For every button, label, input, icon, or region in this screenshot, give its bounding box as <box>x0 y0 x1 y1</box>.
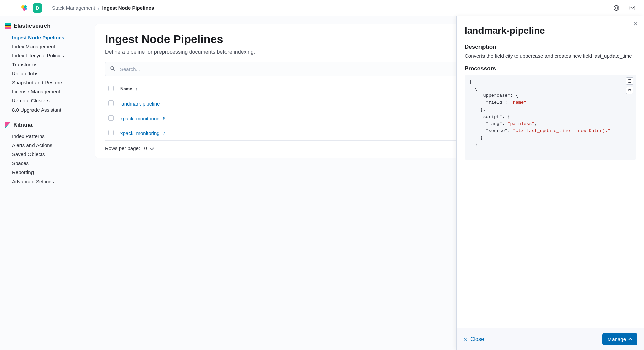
sidebar-item-transforms[interactable]: Transforms <box>4 60 83 69</box>
sidebar-nav: Elasticsearch Ingest Node Pipelines Inde… <box>0 16 87 350</box>
sidebar-item-advanced-settings[interactable]: Advanced Settings <box>4 177 83 186</box>
processors-codeblock: [ { "uppercase": { "field": "name" }, "s… <box>465 75 636 160</box>
chevron-down-icon <box>149 145 154 150</box>
svg-point-11 <box>111 67 114 70</box>
breadcrumb-separator: / <box>98 5 99 11</box>
svg-rect-13 <box>628 79 631 82</box>
sidebar-item-rollup-jobs[interactable]: Rollup Jobs <box>4 69 83 78</box>
row-checkbox[interactable] <box>108 115 114 121</box>
sidebar-item-snapshot-restore[interactable]: Snapshot and Restore <box>4 78 83 87</box>
row-checkbox[interactable] <box>108 130 114 135</box>
nav-section-kibana-header: Kibana <box>4 122 83 128</box>
sidebar-item-upgrade-assistant[interactable]: 8.0 Upgrade Assistant <box>4 105 83 114</box>
svg-line-9 <box>617 9 618 10</box>
description-heading: Description <box>465 44 636 50</box>
search-icon <box>110 66 116 73</box>
sidebar-item-ingest-pipelines[interactable]: Ingest Node Pipelines <box>4 33 83 42</box>
pipeline-link-landmark[interactable]: landmark-pipeline <box>120 101 160 107</box>
processors-heading: Processors <box>465 65 636 72</box>
svg-point-3 <box>25 8 27 10</box>
svg-line-7 <box>617 6 618 7</box>
copy-code-icon[interactable] <box>626 87 633 94</box>
close-button-label: Close <box>470 336 484 342</box>
svg-line-6 <box>614 6 615 7</box>
svg-point-5 <box>615 7 617 9</box>
help-icon[interactable] <box>608 0 624 16</box>
manage-button-label: Manage <box>608 336 626 342</box>
flyout-footer: ✕ Close Manage <box>457 328 644 350</box>
rows-per-page-label: Rows per page: 10 <box>105 145 147 151</box>
pipeline-link-xpack7[interactable]: xpack_monitoring_7 <box>120 130 165 136</box>
pipeline-detail-flyout: ✕ landmark-pipeline Description Converts… <box>456 16 644 350</box>
breadcrumb-parent[interactable]: Stack Management <box>52 5 95 11</box>
select-all-checkbox[interactable] <box>108 86 114 91</box>
nav-section-kibana-title: Kibana <box>13 122 33 128</box>
sort-ascending-icon: ↑ <box>135 87 137 91</box>
column-header-name-label: Name <box>120 86 132 91</box>
chevron-up-icon <box>628 338 632 341</box>
nav-section-elasticsearch-header: Elasticsearch <box>4 23 83 29</box>
elasticsearch-icon <box>5 23 11 29</box>
hamburger-menu-icon[interactable] <box>4 4 12 12</box>
sidebar-item-spaces[interactable]: Spaces <box>4 159 83 168</box>
manage-button[interactable]: Manage <box>602 333 637 345</box>
expand-code-icon[interactable] <box>626 77 633 85</box>
svg-point-1 <box>24 5 27 8</box>
close-icon[interactable]: ✕ <box>632 21 639 27</box>
elastic-logo-icon[interactable] <box>20 4 28 12</box>
sidebar-item-remote-clusters[interactable]: Remote Clusters <box>4 96 83 105</box>
sidebar-item-index-patterns[interactable]: Index Patterns <box>4 132 83 141</box>
mail-icon[interactable] <box>624 0 640 16</box>
kibana-icon <box>5 122 11 128</box>
breadcrumb: Stack Management / Ingest Node Pipelines <box>52 5 154 11</box>
sidebar-item-ilm[interactable]: Index Lifecycle Policies <box>4 51 83 60</box>
sidebar-item-license-management[interactable]: License Management <box>4 87 83 96</box>
sidebar-item-saved-objects[interactable]: Saved Objects <box>4 150 83 159</box>
sidebar-item-index-management[interactable]: Index Management <box>4 42 83 51</box>
top-header: D Stack Management / Ingest Node Pipelin… <box>0 0 644 16</box>
svg-rect-10 <box>630 6 635 10</box>
sidebar-item-alerts-actions[interactable]: Alerts and Actions <box>4 141 83 150</box>
close-x-icon: ✕ <box>463 337 468 342</box>
breadcrumb-current: Ingest Node Pipelines <box>102 5 154 11</box>
sidebar-item-reporting[interactable]: Reporting <box>4 168 83 177</box>
svg-rect-15 <box>628 89 630 91</box>
vertical-divider <box>16 3 16 13</box>
flyout-title: landmark-pipeline <box>465 25 636 36</box>
space-selector-badge[interactable]: D <box>33 3 42 13</box>
svg-line-12 <box>113 69 115 71</box>
close-button[interactable]: ✕ Close <box>463 336 484 342</box>
svg-line-8 <box>614 9 615 10</box>
svg-rect-14 <box>629 89 631 92</box>
description-text: Converts the field city to uppercase and… <box>465 52 636 60</box>
row-checkbox[interactable] <box>108 100 114 106</box>
nav-section-elasticsearch-title: Elasticsearch <box>14 23 51 29</box>
pipeline-link-xpack6[interactable]: xpack_monitoring_6 <box>120 116 165 121</box>
